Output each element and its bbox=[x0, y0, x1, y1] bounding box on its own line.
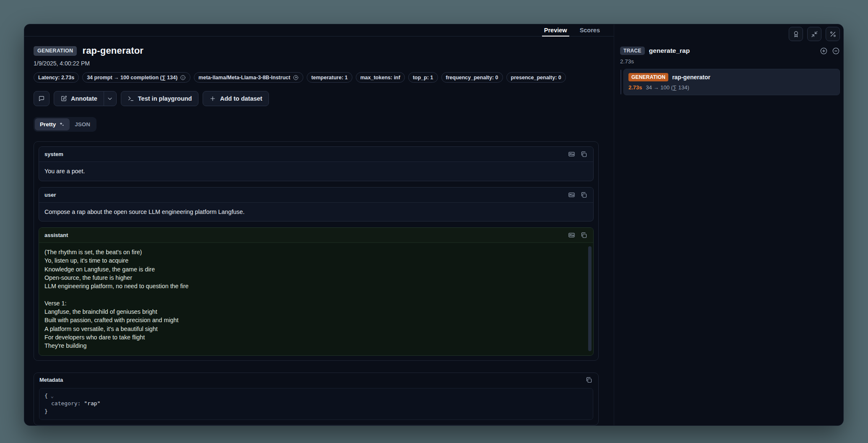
copy-button[interactable] bbox=[580, 150, 588, 158]
minus-circle-icon bbox=[832, 47, 840, 55]
sparkles-icon bbox=[59, 122, 65, 128]
observation-content: GENERATION rap-generator 1/9/2025, 4:00:… bbox=[24, 36, 614, 425]
view-mode-toggle: Pretty JSON bbox=[34, 117, 96, 132]
add-to-dataset-label: Add to dataset bbox=[220, 95, 262, 102]
json-close-line: } bbox=[44, 408, 588, 415]
assistant-message-header: assistant bbox=[39, 228, 593, 243]
copy-icon bbox=[580, 151, 587, 158]
copy-button[interactable] bbox=[580, 191, 588, 199]
page-background: Preview Scores GENERATION rap-generator … bbox=[0, 0, 868, 443]
pen-icon bbox=[60, 95, 67, 102]
json-close-brace: } bbox=[44, 408, 48, 414]
model-details-icon bbox=[293, 75, 299, 81]
json-entry-line: category: "rap" bbox=[44, 400, 588, 407]
tree-node-stats-row: 2.73s 34 → 100 (∑ 134) bbox=[628, 84, 835, 91]
temperature-label: temperature: 1 bbox=[311, 75, 348, 81]
test-in-playground-button[interactable]: Test in playground bbox=[121, 91, 199, 106]
copy-button[interactable] bbox=[580, 231, 588, 239]
collapse-json-chevron[interactable]: ⌄ bbox=[51, 393, 54, 399]
message-header-actions bbox=[568, 231, 588, 239]
metadata-card: Metadata {⌄ category: "rap" } bbox=[34, 373, 599, 425]
markdown-toggle-button[interactable] bbox=[568, 231, 576, 239]
action-buttons-row: Annotate Test in playground Add to datas… bbox=[34, 91, 599, 106]
max-tokens-label: max_tokens: inf bbox=[360, 75, 400, 81]
observation-attribute-pills: Latency: 2.73s 34 prompt → 100 completio… bbox=[34, 72, 599, 83]
message-role-label: system bbox=[44, 151, 63, 157]
annotate-split-button: Annotate bbox=[54, 91, 117, 106]
latency-pill: Latency: 2.73s bbox=[34, 72, 79, 83]
markdown-toggle-button[interactable] bbox=[568, 150, 576, 158]
percent-icon bbox=[829, 31, 837, 38]
tab-preview[interactable]: Preview bbox=[538, 24, 573, 36]
annotation-queue-button[interactable] bbox=[789, 27, 803, 41]
show-percentages-button[interactable] bbox=[826, 27, 840, 41]
json-view-toggle[interactable]: JSON bbox=[70, 118, 95, 130]
tree-node-name: rap-generator bbox=[672, 74, 710, 81]
pretty-view-toggle[interactable]: Pretty bbox=[35, 118, 70, 130]
tree-node-token-counts: 34 → 100 (∑ 134) bbox=[646, 84, 689, 91]
token-usage-pill[interactable]: 34 prompt → 100 completion (∑ 134) bbox=[82, 72, 190, 83]
user-message-header: user bbox=[39, 188, 593, 203]
tree-node-rap-generator[interactable]: GENERATION rap-generator 2.73s 34 → 100 … bbox=[623, 69, 840, 95]
panel-toolbar bbox=[620, 27, 840, 41]
latency-pill-label: Latency: 2.73s bbox=[38, 75, 74, 81]
system-message-card: system You are a poet. bbox=[39, 146, 594, 181]
annotate-button[interactable]: Annotate bbox=[54, 91, 104, 106]
add-to-dataset-button[interactable]: Add to dataset bbox=[203, 91, 269, 106]
generation-node-badge: GENERATION bbox=[628, 73, 668, 81]
observation-header: GENERATION rap-generator bbox=[34, 45, 599, 56]
frequency-penalty-label: frequency_penalty: 0 bbox=[446, 75, 498, 81]
pretty-label: Pretty bbox=[40, 121, 56, 128]
message-scrollbar[interactable] bbox=[588, 246, 592, 351]
observation-title: rap-generator bbox=[82, 45, 143, 56]
frequency-penalty-pill: frequency_penalty: 0 bbox=[441, 72, 503, 83]
comment-icon bbox=[38, 95, 45, 102]
model-name-label: meta-llama/Meta-Llama-3-8B-Instruct bbox=[198, 75, 290, 81]
terminal-icon bbox=[128, 95, 134, 102]
top-p-pill: top_p: 1 bbox=[408, 72, 438, 83]
tree-node-duration: 2.73s bbox=[628, 84, 642, 91]
assistant-message-card: assistant (The rhythm is set, the beat' bbox=[39, 227, 594, 356]
collapse-all-button[interactable] bbox=[832, 47, 840, 55]
tree-node-title-row: GENERATION rap-generator bbox=[628, 73, 835, 81]
presence-penalty-pill: presence_penalty: 0 bbox=[506, 72, 566, 83]
metadata-header: Metadata bbox=[34, 373, 598, 387]
trace-name: generate_rap bbox=[649, 47, 690, 55]
model-pill[interactable]: meta-llama/Meta-Llama-3-8B-Instruct bbox=[194, 72, 303, 83]
trace-detail-window: Preview Scores GENERATION rap-generator … bbox=[24, 24, 844, 426]
observation-panel: Preview Scores GENERATION rap-generator … bbox=[24, 24, 614, 425]
markdown-icon bbox=[568, 232, 575, 239]
json-value: "rap" bbox=[84, 400, 100, 407]
json-key: category: bbox=[51, 400, 81, 407]
trace-type-badge: TRACE bbox=[620, 47, 645, 55]
expand-all-button[interactable] bbox=[820, 47, 828, 55]
copy-icon bbox=[580, 232, 587, 239]
collapse-panel-button[interactable] bbox=[807, 27, 821, 41]
award-icon bbox=[792, 31, 800, 38]
trace-tree-panel: TRACE generate_rap 2.73s GENERATION rap-… bbox=[614, 24, 843, 425]
comment-button[interactable] bbox=[34, 91, 50, 106]
message-header-actions bbox=[568, 150, 588, 158]
message-content: Compose a rap about the open source LLM … bbox=[39, 203, 593, 221]
message-content: You are a poet. bbox=[39, 162, 593, 180]
preview-scores-tabbar: Preview Scores bbox=[24, 24, 614, 36]
markdown-icon bbox=[568, 151, 575, 158]
plus-circle-icon bbox=[820, 47, 828, 55]
message-role-label: assistant bbox=[44, 232, 68, 238]
metadata-title: Metadata bbox=[39, 377, 63, 383]
json-open-brace: { bbox=[44, 393, 48, 399]
token-usage-label: 34 prompt → 100 completion (∑ 134) bbox=[87, 75, 177, 81]
tab-scores[interactable]: Scores bbox=[573, 24, 606, 36]
collapse-icon bbox=[811, 31, 818, 38]
observation-timestamp: 1/9/2025, 4:00:22 PM bbox=[34, 60, 599, 67]
info-icon bbox=[180, 75, 186, 81]
chevron-down-icon bbox=[107, 95, 113, 102]
copy-button[interactable] bbox=[585, 376, 593, 384]
markdown-toggle-button[interactable] bbox=[568, 191, 576, 199]
top-p-label: top_p: 1 bbox=[413, 75, 433, 81]
trace-total-duration: 2.73s bbox=[620, 58, 840, 65]
message-header-actions bbox=[568, 191, 588, 199]
annotate-dropdown-button[interactable] bbox=[104, 91, 117, 106]
annotate-label: Annotate bbox=[71, 95, 97, 102]
json-label: JSON bbox=[75, 121, 90, 128]
